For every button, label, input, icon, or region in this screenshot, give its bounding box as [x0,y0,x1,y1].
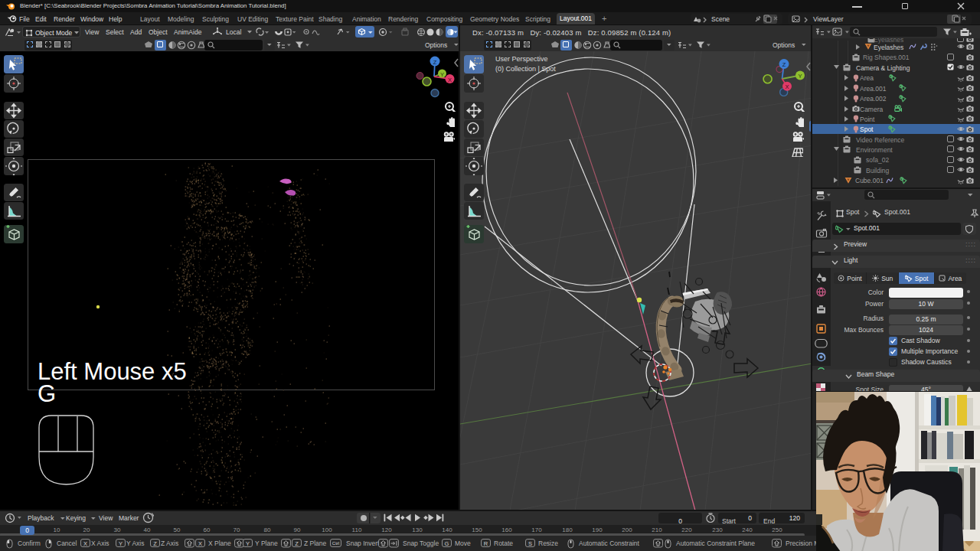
svg-text:Y: Y [798,73,802,80]
svg-text:Z: Z [782,61,786,68]
svg-text:X: X [785,83,789,90]
svg-text:X: X [448,77,452,83]
svg-text:Y: Y [440,71,444,78]
svg-text:Z: Z [433,59,437,66]
